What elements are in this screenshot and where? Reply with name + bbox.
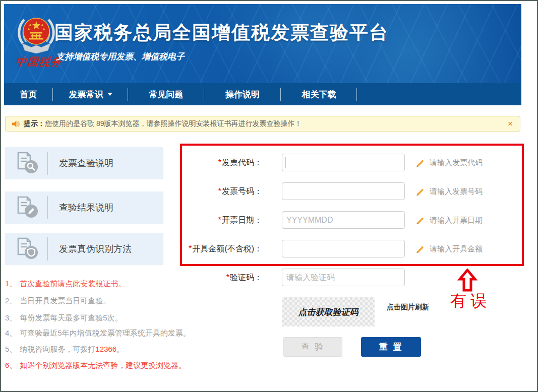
chevron-down-icon [107, 93, 112, 96]
invoice-number-label: *发票号码： [166, 182, 262, 201]
amount-label: *开具金额(不含税)： [166, 240, 262, 258]
note-hotline: 5、纳税咨询服务，可拨打12366。 [5, 345, 124, 354]
note-browser-advice: 6、如遇个别浏览器版本无法查验，建议更换浏览器。 [5, 361, 186, 370]
invoice-date-hint: 请输入开票日期 [430, 211, 483, 229]
form-row-invoice-number: *发票号码： 请输入发票号码 [1, 182, 525, 201]
nav-item-downloads[interactable]: 相关下载 [281, 83, 357, 105]
form-row-invoice-code: *发票代码： 请输入发票代码 [1, 154, 525, 172]
note-five-years: 4、可查验最近5年内增值税发票管理系统开具的发票。 [5, 329, 191, 338]
nav-item-faq[interactable]: 常见问题 [128, 83, 204, 105]
form-row-amount: *开具金额(不含税)： 请输入开具金额 [1, 240, 525, 258]
invoice-code-input[interactable] [282, 154, 405, 171]
invoice-number-hint: 请输入发票号码 [430, 182, 483, 201]
reset-button[interactable]: 重 置 [361, 337, 421, 357]
invoice-date-label: *开票日期： [166, 211, 262, 229]
main-nav: 首页 发票常识 常见问题 操作说明 相关下载 [4, 83, 521, 105]
national-emblem-logo [16, 13, 56, 56]
page: 中国税务 国家税务总局全国增值税发票查验平台 支持增值税专用发票、增值税电子 首… [0, 0, 538, 392]
captcha-label: *验证码： [166, 269, 262, 287]
invoice-code-label: *发票代码： [166, 154, 262, 172]
nav-item-instructions[interactable]: 操作说明 [204, 83, 281, 105]
captcha-input[interactable] [282, 269, 405, 286]
speaker-icon [12, 120, 20, 128]
pencil-icon [414, 186, 425, 197]
page-title: 国家税务总局全国增值税发票查验平台 [54, 20, 389, 45]
nav-item-home[interactable]: 首页 [4, 83, 53, 105]
alert-prefix: 提示： [24, 119, 45, 128]
note-five-times: 3、每份发票每天最多可查验5次。 [5, 313, 123, 323]
hotline-number: 12366 [95, 345, 116, 353]
pencil-icon [414, 244, 425, 254]
captcha-image-button[interactable]: 点击获取验证码 [282, 297, 375, 326]
invoice-code-hint: 请输入发票代码 [430, 154, 483, 172]
form-row-captcha: *验证码： [1, 269, 525, 287]
invoice-number-input[interactable] [282, 182, 405, 200]
close-icon[interactable]: × [508, 119, 513, 129]
header-banner: 中国税务 国家税务总局全国增值税发票查验平台 支持增值税专用发票、增值税电子 [4, 4, 521, 83]
amount-input[interactable] [282, 240, 405, 257]
verify-button[interactable]: 查 验 [283, 337, 342, 357]
invoice-date-input[interactable] [282, 211, 405, 229]
alert-message: 您使用的是谷歌 89版本浏览器，请参照操作说明安装根证书再进行发票查验操作！ [45, 119, 302, 128]
error-annotation-label: 有误 [450, 290, 491, 312]
note-same-day: 2、当日开具发票当日可查验。 [5, 296, 110, 306]
captcha-image-text: 点击获取验证码 [298, 306, 358, 318]
page-subtitle: 支持增值税专用发票、增值税电子 [56, 51, 185, 62]
up-arrow-icon [457, 269, 478, 292]
pencil-icon [414, 215, 425, 225]
browser-alert-bar: 提示： 您使用的是谷歌 89版本浏览器，请参照操作说明安装根证书再进行发票查验操… [5, 116, 520, 132]
nav-item-invoice-knowledge[interactable]: 发票常识 [53, 83, 128, 105]
form-row-invoice-date: *开票日期： 请输入开票日期 [1, 211, 525, 229]
text-cursor [285, 157, 285, 168]
captcha-refresh-hint: 点击图片刷新 [387, 303, 429, 312]
pencil-icon [414, 158, 425, 168]
amount-hint: 请输入开具金额 [430, 240, 483, 258]
